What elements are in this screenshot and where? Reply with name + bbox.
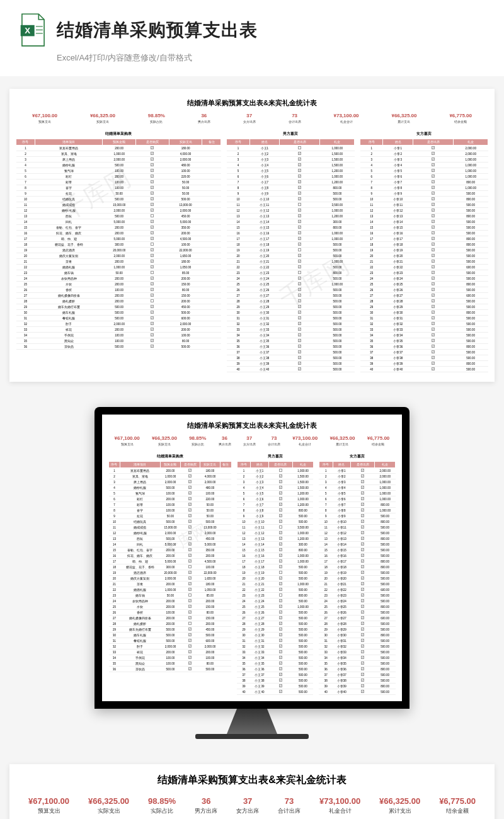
checkbox-icon: [188, 520, 192, 523]
checkbox-icon: [432, 214, 435, 217]
table-row: 4小王41,500.00: [237, 485, 313, 491]
checkbox-icon: [151, 169, 154, 172]
table-row: 22婚酒礼服1,000.001,050.00: [109, 587, 232, 593]
checkbox-icon: [298, 192, 301, 195]
table-row: 22小王22500.00: [237, 587, 313, 593]
table-header: 序号: [109, 462, 120, 468]
table-caption: 男方嘉宾: [237, 454, 314, 459]
document-title: 结婚清单采购预算支出表&来宾礼金统计表: [108, 421, 396, 430]
summary-value: 98.85%: [148, 796, 176, 806]
checkbox-icon: [151, 243, 154, 246]
table-row: 14小李14500.00: [319, 542, 395, 547]
table-row: 16小李16500.00: [319, 553, 395, 559]
table-row: 21茶青200.00180.00: [109, 581, 232, 587]
table-row: 6彩灯200.00220.00: [109, 496, 232, 502]
table-row: 32小李32500.00: [319, 644, 395, 650]
checkbox-icon: [279, 497, 282, 500]
table-row: 2小王21,500.00: [227, 151, 355, 157]
checkbox-icon: [151, 209, 154, 212]
summary-value: ¥6,775.00: [449, 113, 472, 118]
checkbox-icon: [361, 627, 364, 631]
data-table: 序号姓名是否出席礼金1小李12,000.002小李22,000.003小李31,…: [319, 461, 396, 695]
summary-label: 实际支出: [88, 807, 129, 815]
checkbox-icon: [298, 237, 301, 240]
table-row: 2小王21,500.00: [237, 474, 313, 479]
summary-label: 礼金合计: [292, 442, 318, 446]
table-row: 12小王121,000.00: [237, 530, 313, 536]
checkbox-icon: [432, 299, 435, 302]
table-header: 序号: [16, 139, 35, 146]
checkbox-icon: [279, 605, 282, 608]
summary-label: 礼金合计: [334, 120, 359, 123]
checkbox-icon: [188, 667, 192, 670]
checkbox-icon: [361, 616, 364, 619]
table-header: 清单项目: [120, 462, 160, 468]
table-row: 24小李24500.00: [319, 598, 395, 604]
table-row: 39小王39500.00: [237, 684, 313, 689]
table-row: 10小李10800.00: [360, 197, 488, 202]
excel-file-icon: X: [19, 13, 47, 47]
table-row: 24农饮用品种200.00200.00: [109, 598, 232, 604]
checkbox-icon: [361, 582, 364, 585]
table-row: 40小王40500.00: [227, 367, 355, 372]
table-header: 清单项目: [35, 139, 103, 146]
table-row: 3小王31,500.00: [227, 157, 355, 163]
table-row: 2小李22,000.00: [360, 151, 488, 157]
table-row: 25水饮200.00150.00: [109, 604, 232, 610]
checkbox-icon: [298, 311, 301, 314]
summary-item: ¥73,100.00礼金合计: [319, 796, 360, 815]
checkbox-icon: [298, 282, 301, 285]
checkbox-icon: [361, 514, 364, 517]
checkbox-icon: [188, 599, 192, 602]
checkbox-icon: [298, 186, 301, 189]
table-row: 22小李22600.00: [360, 265, 488, 270]
checkbox-icon: [279, 503, 282, 506]
table-header: 姓名: [251, 462, 268, 468]
table-row: 24小王24500.00: [227, 276, 355, 282]
table-row: 14回礼5,000.005,000.00: [16, 219, 221, 225]
table-row: 11小王113,500.00: [227, 202, 355, 208]
table-row: 27婚礼摄像四价条200.00150.00: [16, 293, 221, 299]
checkbox-icon: [151, 237, 154, 240]
summary-item: 98.85%实际占比: [189, 435, 206, 446]
table-row: 9小李9500.00: [319, 513, 395, 519]
table-row: 18糖花盆、花子、香料300.00100.00: [109, 564, 232, 570]
spreadsheet-preview-bottom: 结婚清单采购预算支出表&来宾礼金统计表¥67,100.00预算支出¥66,325…: [9, 764, 495, 819]
table-row: 20小王20500.00: [227, 253, 355, 259]
checkbox-icon: [432, 345, 435, 348]
table-row: 18小王18500.00: [227, 242, 355, 248]
table-row: 17小王171,000.00: [227, 236, 355, 242]
table-row: 29小王29500.00: [237, 627, 313, 633]
checkbox-icon: [188, 514, 192, 517]
table-header: 预算金额: [103, 139, 136, 146]
table-header: 姓名: [333, 462, 350, 468]
female-guest-table-group: 女方嘉宾序号姓名是否出席礼金1小李12,000.002小李22,000.003小…: [360, 131, 488, 372]
checkbox-icon: [432, 282, 435, 285]
checkbox-icon: [298, 158, 301, 161]
table-row: 34手倒花100.00100.00: [109, 655, 232, 661]
summary-row: ¥67,100.00预算支出¥66,325.00实际支出98.85%实际占比36…: [16, 113, 488, 123]
checkbox-icon: [188, 531, 192, 534]
checkbox-icon: [432, 367, 435, 370]
checkbox-icon: [151, 158, 154, 161]
summary-item: ¥67,100.00预算支出: [115, 435, 140, 446]
checkbox-icon: [361, 588, 364, 591]
table-header: 预算金额: [161, 462, 181, 468]
table-row: 1小王11,000.00: [227, 146, 355, 151]
table-row: 34小王34500.00: [237, 655, 313, 661]
checkbox-icon: [188, 582, 192, 585]
checkbox-icon: [151, 299, 154, 302]
table-row: 11婚戒戒指15,000.0013,000.00: [16, 202, 221, 208]
table-row: 24农饮用品种200.00200.00: [16, 276, 221, 282]
checkbox-icon: [361, 673, 364, 676]
checkbox-icon: [361, 565, 364, 568]
checkbox-icon: [361, 644, 364, 648]
checkbox-icon: [298, 328, 301, 331]
checkbox-icon: [361, 554, 364, 557]
checkbox-icon: [151, 192, 154, 195]
checkbox-icon: [432, 146, 435, 149]
checkbox-icon: [432, 316, 435, 319]
table-row: 33小李33500.00: [360, 327, 488, 333]
checkbox-icon: [432, 158, 435, 161]
checkbox-icon: [298, 254, 301, 257]
